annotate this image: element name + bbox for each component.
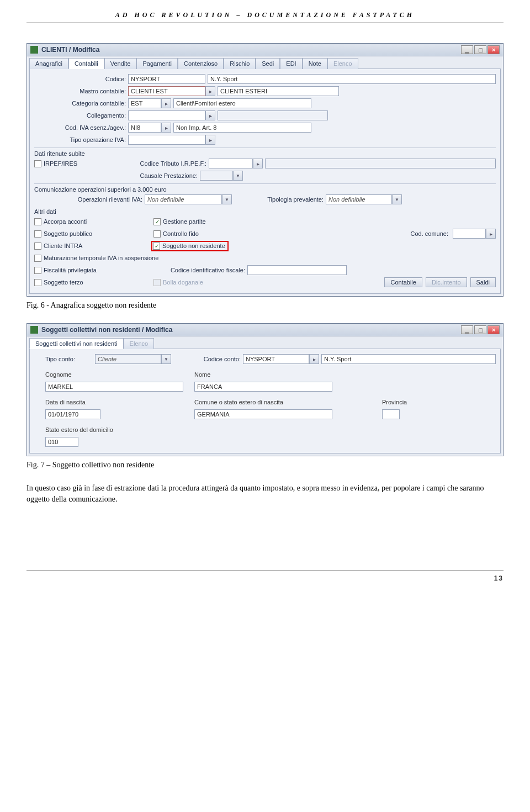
tab-elenco-2[interactable]: Elenco xyxy=(124,338,155,349)
tipoprev-dropdown[interactable]: ▼ xyxy=(392,194,402,204)
tab-contenzioso[interactable]: Contenzioso xyxy=(178,58,224,69)
label-codiceconto: Codice conto: xyxy=(193,356,243,362)
doc-header: AD HOC REVOLUTION – DOCUMENTAZIONE FASTP… xyxy=(26,11,504,23)
minimize-button-2[interactable]: ▁ xyxy=(461,325,473,334)
label-cognome: Cognome xyxy=(45,371,194,378)
maximize-button-2[interactable]: ▢ xyxy=(474,325,486,334)
maturazione-checkbox[interactable]: Maturazione temporale IVA in sospensione xyxy=(34,255,266,262)
oprilevanti-select[interactable]: Non definibile xyxy=(145,194,222,204)
tab-sedi[interactable]: Sedi xyxy=(256,58,280,69)
mastro-input[interactable]: CLIENTI EST xyxy=(128,86,205,96)
datanascita-input[interactable]: 01/01/1970 xyxy=(45,409,100,419)
accorpa-checkbox[interactable]: Accorpa acconti xyxy=(34,218,145,225)
close-button-2[interactable]: ✕ xyxy=(487,325,500,334)
tipoconto-dropdown[interactable]: ▼ xyxy=(161,354,171,364)
fiscpriv-checkbox[interactable]: Fiscalità privilegiata xyxy=(34,267,145,274)
provincia-input[interactable] xyxy=(382,409,400,419)
tab-note[interactable]: Note xyxy=(303,58,327,69)
label-categoria: Categoria contabile: xyxy=(34,100,128,107)
minimize-button[interactable]: ▁ xyxy=(461,45,473,54)
tab-pagamenti[interactable]: Pagamenti xyxy=(136,58,178,69)
fido-checkbox[interactable]: Controllo fido xyxy=(153,230,275,238)
cognome-input[interactable]: MARKEL xyxy=(45,382,183,392)
nome-input[interactable]: FRANCA xyxy=(194,382,332,392)
soggpub-checkbox[interactable]: Soggetto pubblico xyxy=(34,230,145,238)
codiva-lookup[interactable]: ▸ xyxy=(161,123,171,133)
causale-input[interactable] xyxy=(200,171,233,181)
codtrib-desc xyxy=(265,159,496,168)
tipoop-input[interactable] xyxy=(128,135,205,145)
label-collegamento: Collegamento: xyxy=(34,112,128,119)
comunenascita-input[interactable]: GERMANIA xyxy=(194,409,332,419)
label-tipoconto: Tipo conto: xyxy=(45,356,95,362)
label-tipoop: Tipo operazione IVA: xyxy=(34,136,128,143)
codcomune-input[interactable] xyxy=(453,229,486,239)
categoria-desc: Clienti\Fornitori estero xyxy=(173,98,311,108)
soggpub-label: Soggetto pubblico xyxy=(44,230,92,237)
tipoprev-select[interactable]: Non definibile xyxy=(326,194,392,204)
codtrib-lookup[interactable]: ▸ xyxy=(253,159,263,168)
tab-edi[interactable]: EDI xyxy=(280,58,302,69)
tab-vendite[interactable]: Vendite xyxy=(104,58,137,69)
saldi-button[interactable]: Saldi xyxy=(470,277,496,287)
app-icon xyxy=(30,46,38,54)
label-datanascita: Data di nascita xyxy=(45,399,194,405)
codtrib-input[interactable] xyxy=(209,159,253,168)
codiceconto-input[interactable]: NYSPORT xyxy=(243,354,309,364)
tab-contabili[interactable]: Contabili xyxy=(68,58,104,69)
tab-elenco[interactable]: Elenco xyxy=(327,58,358,69)
section-altri: Altri dati xyxy=(34,208,496,215)
label-codiva: Cod. IVA esenz./agev.: xyxy=(34,124,128,131)
section-com3000: Comunicazione operazioni superiori a 3.0… xyxy=(34,183,496,193)
label-tipoprev: Tipologia prevalente: xyxy=(254,196,326,203)
tab-rischio[interactable]: Rischio xyxy=(224,58,256,69)
panel-soggetti: Tipo conto: Cliente ▼ Codice conto: NYSP… xyxy=(29,349,501,454)
label-codcomune: Cod. comune: xyxy=(411,230,451,237)
label-codice: Codice: xyxy=(34,76,128,82)
label-codtrib: Codice Tributo I.R.PE.F.: xyxy=(131,160,209,167)
clienteintra-checkbox[interactable]: Cliente INTRA xyxy=(34,242,142,250)
causale-dropdown[interactable]: ▼ xyxy=(233,171,243,181)
irpef-checkbox[interactable]: IRPEF/IRES xyxy=(34,160,123,167)
codiva-input[interactable]: NI8 xyxy=(128,123,161,133)
fido-label: Controllo fido xyxy=(163,230,199,237)
soggnonres-label: Soggetto non residente xyxy=(162,242,225,249)
collegamento-input[interactable] xyxy=(128,110,205,120)
categoria-lookup[interactable]: ▸ xyxy=(161,98,171,108)
soggnonres-checkbox[interactable]: ✓Soggetto non residente xyxy=(151,241,229,251)
figure-7-caption: Fig. 7 – Soggetto collettivo non residen… xyxy=(26,461,504,470)
codiva-desc: Non Imp. Art. 8 xyxy=(173,123,311,133)
tipoconto-select[interactable]: Cliente xyxy=(95,354,161,364)
mastro-lookup[interactable]: ▸ xyxy=(205,86,215,96)
codcomune-lookup[interactable]: ▸ xyxy=(486,229,496,239)
codice-desc: N.Y. Sport xyxy=(208,74,496,84)
titlebar-2: Soggetti collettivi non residenti / Modi… xyxy=(27,324,503,336)
contabile-button[interactable]: Contabile xyxy=(384,277,422,287)
dicintento-button[interactable]: Dic.Intento xyxy=(426,277,467,287)
titlebar: CLIENTI / Modifica ▁ ▢ ✕ xyxy=(27,44,503,56)
codidfisc-input[interactable] xyxy=(247,265,347,275)
tabstrip-2: Soggetti collettivi non residenti Elenco xyxy=(27,336,503,349)
close-button[interactable]: ✕ xyxy=(487,45,500,54)
window-soggetti-collettivi: Soggetti collettivi non residenti / Modi… xyxy=(26,323,504,456)
statoestero-input[interactable]: 010 xyxy=(45,437,78,447)
soggterzo-checkbox[interactable]: Soggetto terzo xyxy=(34,279,145,286)
figure-6-caption: Fig. 6 - Anagrafica soggetto non residen… xyxy=(26,301,504,310)
tab-panel-contabili: Codice: NYSPORT N.Y. Sport Mastro contab… xyxy=(29,68,501,294)
label-nome: Nome xyxy=(194,371,210,378)
tab-anagrafici[interactable]: Anagrafici xyxy=(29,58,68,69)
label-comunenascita: Comune o stato estero di nascita xyxy=(194,399,382,405)
codice-input[interactable]: NYSPORT xyxy=(128,74,205,84)
codiceconto-lookup[interactable]: ▸ xyxy=(309,354,319,364)
page-number: 13 xyxy=(26,571,504,582)
collegamento-lookup[interactable]: ▸ xyxy=(205,110,215,120)
categoria-input[interactable]: EST xyxy=(128,98,161,108)
maximize-button[interactable]: ▢ xyxy=(474,45,486,54)
tab-soggetti[interactable]: Soggetti collettivi non residenti xyxy=(29,338,124,349)
label-oprilevanti: Operazioni rilevanti IVA: xyxy=(34,196,145,203)
oprilevanti-dropdown[interactable]: ▼ xyxy=(222,194,232,204)
tipoop-lookup[interactable]: ▸ xyxy=(205,135,215,145)
maturazione-label: Maturazione temporale IVA in sospensione xyxy=(44,255,158,261)
label-provincia: Provincia xyxy=(382,399,407,405)
gestione-checkbox[interactable]: ✓Gestione partite xyxy=(153,218,275,225)
